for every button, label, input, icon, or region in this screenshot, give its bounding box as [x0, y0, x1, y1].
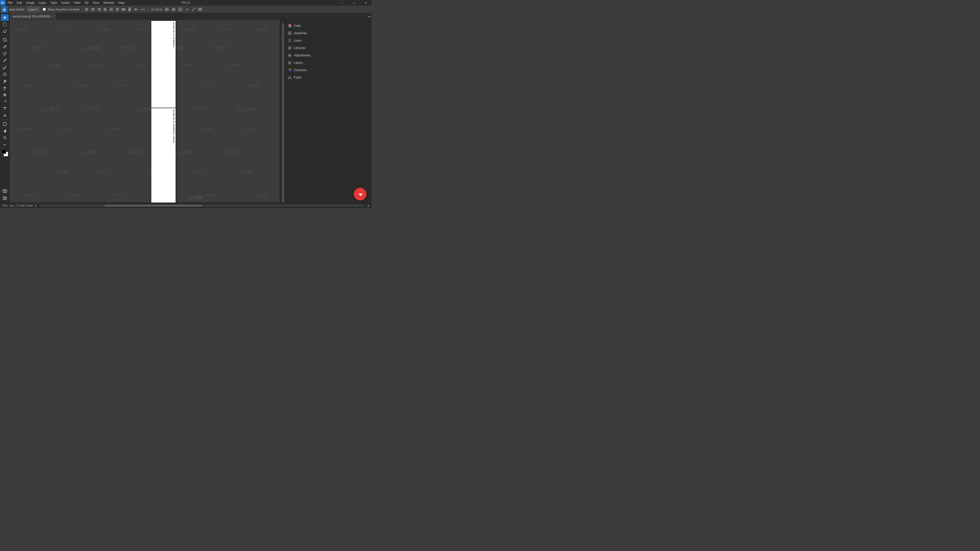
crop-tool[interactable]	[1, 37, 9, 43]
status-arrow-right[interactable]: ▶	[368, 204, 369, 207]
transform-checkbox-group: Show Transform Controls	[43, 8, 80, 11]
watermark-29: 人人素材	[18, 127, 30, 131]
swatches-panel-section: Swatches	[285, 30, 372, 37]
blur-tool[interactable]	[1, 92, 9, 98]
svg-rect-9	[98, 10, 101, 11]
3d-orbit-button[interactable]	[164, 6, 170, 12]
learn-section-header[interactable]: Learn	[285, 37, 372, 44]
menu-layer[interactable]: Layer	[37, 0, 48, 6]
menu-file[interactable]: File	[6, 0, 14, 6]
menu-type[interactable]: Type	[48, 0, 59, 6]
eraser-tool[interactable]	[1, 78, 9, 84]
watermark-36: 人人素材	[79, 150, 97, 156]
distribute-h-button[interactable]	[121, 6, 126, 12]
document-tab[interactable]: tex-box.png @ 25% (RGB/8#) ×	[10, 13, 56, 19]
swatches-section-header[interactable]: Swatches	[285, 30, 372, 37]
screen-mode-button[interactable]	[1, 195, 9, 202]
bottom-icons	[1, 188, 9, 203]
canvas-scrollbar-thumb[interactable]	[282, 23, 284, 203]
svg-rect-4	[91, 8, 95, 9]
panel-collapse-button[interactable]: ◀	[366, 13, 372, 19]
svg-point-28	[165, 8, 169, 11]
status-arrow-left[interactable]: ◀	[35, 204, 37, 207]
svg-rect-24	[129, 9, 130, 10]
menu-bar: Ps File Edit Image Layer Type Select Fil…	[0, 0, 372, 6]
healing-brush-tool[interactable]	[1, 50, 9, 57]
menu-image[interactable]: Image	[24, 0, 37, 6]
align-bottom-button[interactable]	[115, 6, 120, 12]
tab-close-button[interactable]: ×	[52, 15, 53, 18]
clone-stamp-tool[interactable]	[1, 64, 9, 71]
move-tool[interactable]	[1, 14, 9, 21]
color-swatches[interactable]	[1, 149, 9, 156]
align-center-button[interactable]	[90, 6, 96, 12]
menu-view[interactable]: View	[91, 0, 101, 6]
svg-rect-43	[4, 189, 6, 192]
quick-mask-button[interactable]	[1, 188, 9, 194]
lasso-tool[interactable]	[1, 28, 9, 35]
watermark-28: 人人素材	[237, 106, 255, 113]
watermark-31: 人人素材	[107, 127, 120, 131]
channels-icon	[288, 68, 292, 72]
paths-section-header[interactable]: Paths	[285, 74, 372, 81]
svg-rect-23	[128, 11, 131, 11]
adjustments-panel-section: Adjustments	[285, 52, 372, 59]
3d-roll-button[interactable]	[171, 6, 177, 12]
pen-tool[interactable]	[1, 98, 9, 105]
distribute-spacing-button[interactable]	[133, 6, 138, 12]
align-left-button[interactable]	[84, 6, 89, 12]
distribute-v-button[interactable]	[127, 6, 132, 12]
menu-select[interactable]: Select	[59, 0, 72, 6]
status-scrollbar[interactable]	[40, 205, 365, 206]
menu-window[interactable]: Window	[101, 0, 116, 6]
align-top-button[interactable]	[102, 6, 108, 12]
watermark-38: 人人素材	[173, 150, 191, 156]
libraries-section-header[interactable]: Libraries	[285, 44, 372, 52]
svg-rect-40	[3, 122, 6, 125]
color-section-header[interactable]: Color	[285, 22, 372, 29]
foreground-color[interactable]	[2, 149, 6, 154]
watermark-12: RRCG	[214, 45, 228, 51]
app-title: RRCG	[181, 1, 190, 5]
watermark-10: RRCG	[122, 45, 135, 51]
path-selection-tool[interactable]	[1, 112, 9, 119]
svg-rect-59	[288, 33, 290, 35]
canvas-top-text-bg: George Foreman Champion of the World	[151, 21, 176, 108]
canvas-scrollbar-vertical[interactable]	[281, 20, 285, 203]
notification-button[interactable]	[354, 188, 366, 200]
svg-rect-13	[110, 8, 110, 11]
3d-camera-button[interactable]	[197, 6, 203, 12]
close-button[interactable]: ✕	[360, 0, 372, 6]
history-brush-tool[interactable]	[1, 71, 9, 78]
layers-section-header[interactable]: Layers	[285, 59, 372, 66]
watermark-5: 人人素材	[183, 27, 197, 32]
more-options-button[interactable]: •••	[140, 6, 146, 12]
align-vcenter-button[interactable]	[108, 6, 114, 12]
transform-checkbox[interactable]	[43, 8, 46, 11]
app-icon: Ps	[0, 0, 6, 6]
menu-filter[interactable]: Filter	[72, 0, 83, 6]
brush-tool[interactable]	[1, 57, 9, 64]
watermark-24: 人人素材	[40, 106, 59, 113]
menu-3d[interactable]: 3D	[83, 0, 90, 6]
channels-section-header[interactable]: Channels	[285, 67, 372, 74]
3d-scale-button[interactable]	[191, 6, 196, 12]
eyedropper-tool[interactable]	[1, 43, 9, 50]
3d-pan-button[interactable]	[177, 6, 183, 12]
hand-tool[interactable]	[1, 127, 9, 134]
paint-bucket-tool[interactable]	[1, 85, 9, 91]
3d-slide-button[interactable]	[184, 6, 189, 12]
layer-dropdown[interactable]: Layer ▾	[27, 6, 40, 12]
shape-tool[interactable]	[1, 121, 9, 127]
watermark-45: RRCG	[25, 193, 35, 197]
menu-edit[interactable]: Edit	[14, 0, 24, 6]
minimize-button[interactable]: ─	[336, 0, 348, 6]
menu-help[interactable]: Help	[116, 0, 127, 6]
selection-tool[interactable]	[1, 21, 9, 28]
align-right-button[interactable]	[96, 6, 102, 12]
adjustments-section-header[interactable]: Adjustments	[285, 52, 372, 59]
more-tools-button[interactable]: •••	[1, 141, 9, 148]
maximize-button[interactable]: ▭	[348, 0, 360, 6]
zoom-tool[interactable]	[1, 135, 9, 141]
type-tool[interactable]	[1, 105, 9, 112]
